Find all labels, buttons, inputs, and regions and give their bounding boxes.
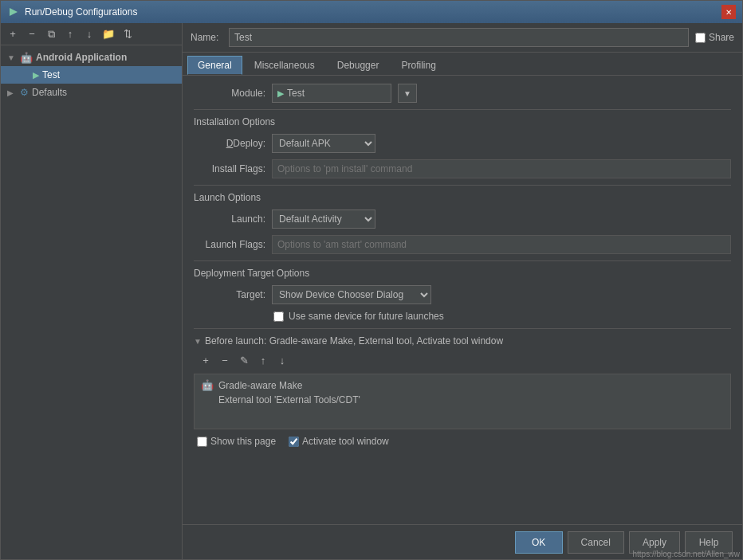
- config-toolbar: + − ⧉ ↑ ↓ 📁 ⇅: [1, 23, 182, 45]
- module-dropdown-btn[interactable]: ▼: [398, 84, 417, 103]
- before-launch-down-btn[interactable]: ↓: [273, 351, 291, 369]
- watermark: https://blog.csdn.net/Allen_ww: [632, 550, 740, 558]
- before-launch-toolbar: + − ✎ ↑ ↓: [194, 351, 731, 369]
- install-flags-input[interactable]: [272, 159, 731, 178]
- name-bar: Name: Share: [183, 23, 742, 53]
- window-controls: ✕: [721, 5, 736, 19]
- before-launch-edit-btn[interactable]: ✎: [235, 351, 253, 369]
- show-page-item: Show this page: [197, 436, 276, 447]
- launch-select[interactable]: Default Activity: [272, 210, 375, 229]
- left-panel: + − ⧉ ↑ ↓ 📁 ⇅ ▼ 🤖 Android Application ▶: [1, 23, 183, 559]
- before-launch-list: 🤖 Gradle-aware Make External tool 'Exter…: [194, 374, 731, 429]
- launch-flags-input[interactable]: [272, 235, 731, 254]
- tab-miscellaneous[interactable]: Miscellaneous: [244, 56, 325, 75]
- collapse-icon[interactable]: ▼: [194, 337, 202, 346]
- deploy-row: DDeploy: Default APK: [194, 134, 731, 153]
- content-area: + − ⧉ ↑ ↓ 📁 ⇅ ▼ 🤖 Android Application ▶: [1, 23, 742, 559]
- launch-row: Launch: Default Activity: [194, 210, 731, 229]
- activate-tool-window-checkbox[interactable]: [289, 437, 299, 447]
- share-label: Share: [709, 32, 734, 43]
- target-label: Target:: [194, 289, 265, 300]
- launch-options-label: Launch Options: [194, 192, 731, 203]
- window-icon: [7, 6, 20, 18]
- module-label: Module:: [194, 88, 265, 99]
- gradle-icon: 🤖: [201, 379, 214, 391]
- right-panel: Name: Share General Miscellaneous Debugg…: [183, 23, 742, 559]
- name-label: Name:: [191, 32, 222, 43]
- config-tree: ▼ 🤖 Android Application ▶ Test ▶ ⚙ Defau…: [1, 45, 182, 559]
- form-area: Module: ▶ Test ▼ Installation Options DD…: [183, 76, 742, 524]
- module-select[interactable]: ▶ Test: [272, 84, 391, 103]
- module-value: Test: [287, 88, 305, 99]
- install-flags-label: Install Flags:: [194, 163, 265, 174]
- android-icon: 🤖: [20, 51, 33, 64]
- copy-config-button[interactable]: ⧉: [42, 25, 60, 43]
- ok-button[interactable]: OK: [515, 531, 563, 554]
- add-config-button[interactable]: +: [4, 25, 22, 43]
- list-item[interactable]: 🤖 Gradle-aware Make: [198, 378, 727, 393]
- sort-button[interactable]: ⇅: [119, 25, 136, 43]
- move-down-button[interactable]: ↓: [81, 25, 98, 43]
- android-app-label: Android Application: [36, 52, 127, 63]
- module-row: Module: ▶ Test ▼: [194, 84, 731, 103]
- tab-general[interactable]: General: [187, 56, 242, 75]
- tab-debugger[interactable]: Debugger: [327, 56, 390, 75]
- test-item-label: Test: [42, 69, 60, 80]
- expand-icon: ▼: [7, 53, 20, 62]
- divider-1: [194, 109, 731, 110]
- launch-flags-row: Launch Flags:: [194, 235, 731, 254]
- remove-config-button[interactable]: −: [23, 25, 41, 43]
- window-title: Run/Debug Configurations: [25, 6, 721, 18]
- test-run-icon: ▶: [33, 70, 39, 80]
- same-device-checkbox[interactable]: [273, 311, 284, 322]
- share-checkbox[interactable]: [695, 33, 706, 43]
- show-page-label: Show this page: [210, 436, 276, 447]
- activate-tool-window-label: Activate tool window: [302, 436, 389, 447]
- cancel-button[interactable]: Cancel: [568, 531, 624, 554]
- share-area: Share: [695, 32, 734, 43]
- deployment-target-label: Deployment Target Options: [194, 268, 731, 279]
- title-bar: Run/Debug Configurations ✕: [1, 1, 742, 23]
- deploy-select[interactable]: Default APK: [272, 134, 375, 153]
- launch-flags-label: Launch Flags:: [194, 239, 265, 250]
- before-launch-section: ▼ Before launch: Gradle-aware Make, Exte…: [194, 328, 731, 453]
- deploy-label: DDeploy:: [194, 138, 265, 149]
- svg-marker-0: [10, 8, 18, 16]
- tree-test-item[interactable]: ▶ Test: [1, 66, 182, 84]
- defaults-expand-icon: ▶: [7, 88, 20, 97]
- install-flags-row: Install Flags:: [194, 159, 731, 178]
- activate-tool-window-item: Activate tool window: [289, 436, 389, 447]
- show-page-checkbox[interactable]: [197, 437, 207, 447]
- before-launch-header: ▼ Before launch: Gradle-aware Make, Exte…: [194, 335, 731, 347]
- before-launch-add-btn[interactable]: +: [197, 351, 214, 369]
- external-tool-label: External tool 'External Tools/CDT': [218, 394, 360, 405]
- installation-options-label: Installation Options: [194, 116, 731, 127]
- target-row: Target: Show Device Chooser Dialog: [194, 285, 731, 304]
- divider-2: [194, 185, 731, 186]
- close-button[interactable]: ✕: [721, 5, 736, 19]
- list-item[interactable]: External tool 'External Tools/CDT': [198, 393, 727, 407]
- tree-defaults[interactable]: ▶ ⚙ Defaults: [1, 84, 182, 101]
- name-input[interactable]: [229, 28, 689, 47]
- same-device-row: Use same device for future launches: [194, 311, 731, 322]
- before-launch-label: Before launch: Gradle-aware Make, Extern…: [205, 335, 503, 347]
- module-icon: ▶: [277, 88, 284, 99]
- gradle-make-label: Gradle-aware Make: [218, 380, 302, 391]
- divider-3: [194, 260, 731, 261]
- defaults-icon: ⚙: [20, 87, 29, 98]
- folder-button[interactable]: 📁: [100, 25, 117, 43]
- before-launch-up-btn[interactable]: ↑: [254, 351, 272, 369]
- move-up-button[interactable]: ↑: [61, 25, 79, 43]
- launch-label: Launch:: [194, 213, 265, 225]
- before-launch-remove-btn[interactable]: −: [216, 351, 234, 369]
- tab-profiling[interactable]: Profiling: [391, 56, 446, 75]
- tree-android-app[interactable]: ▼ 🤖 Android Application: [1, 49, 182, 66]
- same-device-label: Use same device for future launches: [289, 311, 444, 322]
- main-window: Run/Debug Configurations ✕ + − ⧉ ↑ ↓ 📁 ⇅…: [0, 0, 743, 560]
- tabs-bar: General Miscellaneous Debugger Profiling: [183, 53, 742, 76]
- bottom-checkboxes: Show this page Activate tool window: [194, 429, 731, 453]
- defaults-label: Defaults: [32, 87, 67, 98]
- target-select[interactable]: Show Device Chooser Dialog: [272, 285, 431, 304]
